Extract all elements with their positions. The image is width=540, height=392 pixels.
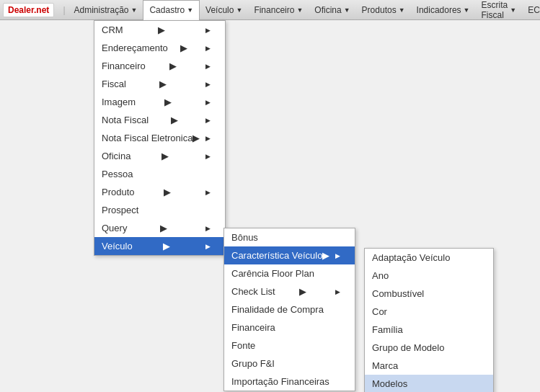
nav-item-veiculo[interactable]: Veículo ▼ [200,0,248,20]
nav-item-produtos[interactable]: Produtos ▼ [356,0,411,20]
menu-caracteristica-veiculo: Adaptação Veículo Ano Combustível Cor Fa… [364,248,494,392]
menu-item-financeiro[interactable]: Financeiro ▶ [94,57,225,75]
menu-item-grupo-fei[interactable]: Grupo F&I [224,355,355,373]
menu-item-finalidade-de-compra[interactable]: Finalidade de Compra [224,300,355,318]
nav-item-financeiro[interactable]: Financeiro ▼ [248,0,309,20]
submenu-arrow-icon: ▶ [171,115,178,125]
menu-item-grupo-de-modelo[interactable]: Grupo de Modelo [365,339,493,357]
nav-item-indicadores[interactable]: Indicadores ▼ [411,0,476,20]
menu-veiculo: Bônus Característica Veículo ▶ Carência … [223,228,355,391]
chevron-down-icon: ▼ [399,6,405,14]
menu-item-imagem[interactable]: Imagem ▶ [94,93,225,111]
logo-text: Dealer [8,5,34,15]
menu-item-financeira[interactable]: Financeira [224,318,355,337]
menu-item-pessoa[interactable]: Pessoa [94,165,225,183]
menu-item-check-list[interactable]: Check List ▶ [224,282,355,300]
menu-item-ano[interactable]: Ano [365,267,493,285]
logo-suffix: .net [34,5,49,15]
submenu-arrow-icon: ▶ [192,133,200,143]
menu-item-query[interactable]: Query ▶ [94,219,225,237]
nav-item-administracao[interactable]: Administração ▼ [68,0,143,20]
chevron-down-icon: ▼ [296,6,303,14]
menu-item-fonte[interactable]: Fonte [224,337,355,355]
menu-item-fiscal[interactable]: Fiscal ▶ [94,75,225,93]
submenu-arrow-icon: ▶ [161,151,169,161]
menu-item-bonus[interactable]: Bônus [224,228,355,246]
menu-item-familia[interactable]: Família [365,321,493,339]
menu-item-crm[interactable]: CRM ▶ [94,21,225,39]
submenu-arrow-icon: ▶ [158,24,165,35]
submenu-arrow-icon: ▶ [180,43,187,53]
menu-item-veiculo-sub[interactable]: Veículo ▶ [94,237,225,255]
menu-item-enderecamento[interactable]: Endereçamento ▶ [94,39,225,57]
nav-item-ecf[interactable]: ECF ▼ [522,0,540,20]
submenu-arrow-icon: ▶ [299,286,306,297]
menu-item-oficina[interactable]: Oficina ▶ [94,147,225,165]
submenu-arrow-icon: ▶ [160,223,167,233]
menu-item-nota-fiscal[interactable]: Nota Fiscal ▶ [94,111,225,129]
chevron-down-icon: ▼ [131,6,138,14]
nav-item-escrita-fiscal[interactable]: Escrita Fiscal ▼ [476,0,523,20]
submenu-arrow-icon: ▶ [164,187,171,197]
nav-item-cadastro[interactable]: Cadastro ▼ [143,0,200,20]
submenu-arrow-icon: ▶ [169,61,177,71]
menu-item-nota-fiscal-eletronica[interactable]: Nota Fiscal Eletronica ▶ [94,129,225,147]
logo: Dealer.net [3,3,54,17]
navbar: Dealer.net | Administração ▼ Cadastro ▼ … [0,0,540,20]
chevron-down-icon: ▼ [187,6,193,14]
menu-item-importacao-financeiras[interactable]: Importação Financeiras [224,373,355,391]
submenu-arrow-icon: ▶ [322,250,329,261]
chevron-down-icon: ▼ [344,6,350,14]
menu-item-marca[interactable]: Marca [365,357,493,375]
chevron-down-icon: ▼ [236,6,242,14]
menu-item-cor[interactable]: Cor [365,303,493,321]
nav-divider: | [63,5,65,15]
nav-item-oficina[interactable]: Oficina ▼ [309,0,355,20]
submenu-arrow-icon: ▶ [159,79,167,89]
chevron-down-icon: ▼ [464,6,470,14]
menu-item-caracteristica-veiculo[interactable]: Característica Veículo ▶ [224,246,355,264]
menu-item-carencia-floor-plan[interactable]: Carência Floor Plan [224,264,355,282]
menu-item-adaptacao-veiculo[interactable]: Adaptação Veículo [365,249,493,267]
menu-cadastro: CRM ▶ Endereçamento ▶ Financeiro ▶ Fisca… [94,20,226,256]
menu-item-modelos[interactable]: Modelos [365,375,493,392]
menu-item-prospect[interactable]: Prospect [94,201,225,219]
submenu-arrow-icon: ▶ [164,97,172,107]
menu-item-combustivel[interactable]: Combustível [365,285,493,303]
chevron-down-icon: ▼ [510,6,516,14]
submenu-arrow-icon: ▶ [163,241,170,251]
menu-item-produto[interactable]: Produto ▶ [94,183,225,201]
